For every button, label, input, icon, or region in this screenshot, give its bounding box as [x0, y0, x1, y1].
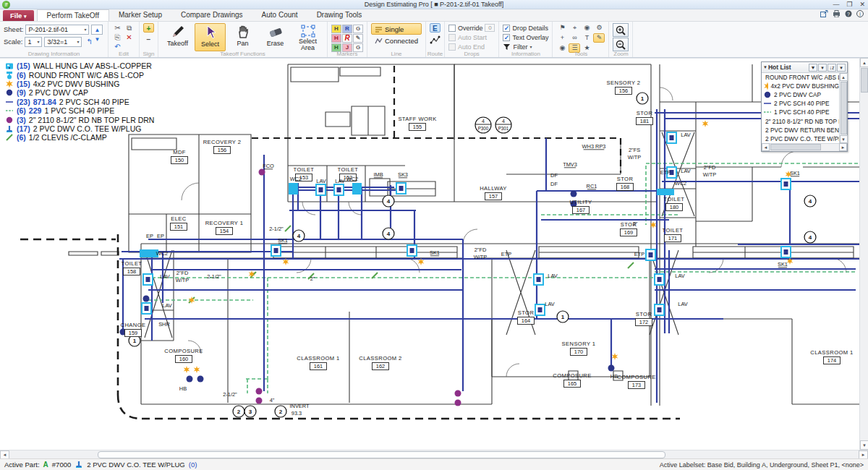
floor-drain-marker[interactable]: [455, 390, 461, 397]
clevis-mark[interactable]: [628, 262, 634, 268]
fixture-blob[interactable]: [657, 189, 674, 195]
sign-plus-button[interactable]: +: [143, 23, 154, 33]
hotlist-sort-button[interactable]: ↓z: [827, 64, 836, 72]
hotlist-sort-caret[interactable]: ▾: [837, 64, 846, 72]
hotlist-horizontal-scrollbar[interactable]: ◄ ►: [762, 143, 847, 151]
bushing-star[interactable]: [612, 353, 618, 360]
restore-button[interactable]: ❐: [846, 0, 852, 9]
hotlist-item[interactable]: 2" 2110 8-1/2" RD NB TOP F: [762, 116, 839, 125]
legend-item[interactable]: (15)WALL HUNG LAV ABS-L-COPPER: [5, 61, 154, 70]
tab-drawing-tools[interactable]: Drawing Tools: [307, 9, 372, 21]
filter-caret[interactable]: ▾: [529, 44, 532, 49]
fixture-box[interactable]: [142, 303, 151, 314]
drop-details-checkbox[interactable]: ✓: [503, 25, 510, 32]
legend-item[interactable]: (6)1/2 CLEVIS /C-CLAMP: [5, 133, 154, 142]
legend-item[interactable]: (23)871.842 PVC SCH 40 PIPE: [5, 98, 154, 106]
auto-start-checkbox[interactable]: [448, 34, 456, 41]
marker-button-h-3[interactable]: H: [331, 34, 341, 43]
hotlist-item[interactable]: 2 PVC SCH 40 PIPE: [762, 99, 839, 108]
legend-item[interactable]: (6)ROUND FRONT W/C ABS L-COP: [5, 70, 154, 79]
marker-button-h-0[interactable]: H: [331, 25, 341, 33]
copy-icon[interactable]: ⧉: [124, 23, 135, 33]
override-value[interactable]: 0: [485, 24, 495, 32]
minimize-button[interactable]: —: [833, 0, 839, 9]
tool-button-4[interactable]: +: [556, 33, 568, 43]
scroll-right-icon[interactable]: ►: [859, 450, 868, 459]
fixture-blob[interactable]: [352, 183, 362, 195]
tool-button-0[interactable]: ⚑: [556, 23, 568, 33]
fixture-box[interactable]: [655, 274, 664, 285]
tool-button-6[interactable]: T: [581, 33, 592, 43]
hotlist-collapse-icon[interactable]: ▼: [763, 65, 767, 69]
hotlist-hscroll-thumb[interactable]: [770, 144, 821, 150]
auto-end-checkbox[interactable]: [448, 43, 456, 51]
scale-apply-icon[interactable]: ↰: [84, 37, 95, 46]
cut-icon[interactable]: ✂: [112, 23, 123, 33]
override-checkbox[interactable]: [448, 25, 456, 32]
hotlist-scroll-up-icon[interactable]: ▲: [840, 73, 848, 81]
floor-drain-marker[interactable]: [455, 400, 461, 406]
sheet-spinner[interactable]: ▲▼: [91, 25, 103, 35]
canvas-vertical-scrollbar[interactable]: ▲ ▼: [859, 58, 868, 450]
fixture-box[interactable]: [407, 245, 417, 256]
fixture-box[interactable]: [667, 132, 676, 143]
canvas-horizontal-scrollbar[interactable]: ◄ ►: [0, 450, 868, 458]
fixture-box[interactable]: [781, 179, 791, 189]
fixture-box[interactable]: [334, 184, 344, 195]
hotlist-item[interactable]: ROUND FRONT W/C ABS L-C: [762, 73, 839, 82]
legend-item[interactable]: (17)2 PVC DWV C.O. TEE W/PLUG: [5, 124, 154, 133]
fixture-box[interactable]: [396, 183, 406, 194]
clevis-mark[interactable]: [285, 226, 291, 231]
cap-marker[interactable]: [608, 365, 615, 372]
file-menu-button[interactable]: File ▾: [3, 10, 34, 21]
pan-button[interactable]: Pan: [227, 23, 258, 51]
tab-auto-count[interactable]: Auto Count: [252, 9, 307, 21]
tool-button-7[interactable]: ✎: [593, 33, 605, 43]
tool-button-2[interactable]: ◉: [581, 23, 592, 33]
marker-button-✎-5[interactable]: ✎: [353, 34, 363, 43]
paste-icon[interactable]: ⎘: [112, 33, 123, 42]
select-button[interactable]: Select: [195, 23, 226, 51]
marker-button-r-4[interactable]: R: [342, 34, 352, 43]
tab-compare-drawings[interactable]: Compare Drawings: [171, 9, 252, 21]
marker-button-r-1[interactable]: R: [342, 25, 352, 33]
hotlist-scroll-right-icon[interactable]: ►: [839, 143, 847, 151]
scale-value-select[interactable]: 3/32=1▾: [44, 37, 82, 47]
cap-marker[interactable]: [143, 296, 150, 302]
text-overlay-checkbox[interactable]: ✓: [503, 34, 510, 41]
hotlist-item[interactable]: 2 PVC DWV RETURN BEND: [762, 126, 839, 134]
hotlist-item[interactable]: 2 PVC DWV CAP: [762, 90, 839, 99]
tab-perform-takeoff[interactable]: Perform TakeOff: [37, 9, 109, 21]
zoom-out-button[interactable]: [613, 38, 629, 51]
takeoff-button[interactable]: Takeoff: [162, 23, 193, 51]
fixture-box[interactable]: [781, 247, 791, 257]
filter-button[interactable]: Filter: [513, 43, 527, 51]
hotlist-filter-caret[interactable]: ▾: [818, 64, 827, 72]
tool-button-5[interactable]: ∞: [569, 33, 580, 43]
fixture-box[interactable]: [534, 274, 543, 285]
print-icon[interactable]: [833, 10, 841, 17]
cap-marker[interactable]: [187, 376, 193, 383]
scale-page-select[interactable]: 1▾: [25, 37, 42, 47]
tool-button-1[interactable]: ⌖: [569, 23, 580, 33]
bushing-star[interactable]: [194, 366, 200, 373]
fixture-blob[interactable]: [289, 183, 298, 195]
vertical-scroll-thumb[interactable]: [861, 68, 868, 93]
sign-minus-button[interactable]: −: [143, 35, 154, 44]
bushing-star[interactable]: [184, 366, 190, 373]
scroll-down-icon[interactable]: ▼: [860, 440, 868, 450]
hotlist-scroll-thumb[interactable]: [841, 82, 847, 134]
route-icon[interactable]: [430, 35, 441, 46]
route-e-button[interactable]: E: [430, 23, 441, 33]
fixture-box[interactable]: [143, 274, 153, 285]
select-area-button[interactable]: Select Area: [292, 23, 323, 51]
fixture-box[interactable]: [655, 304, 664, 315]
hotlist-scroll-down-icon[interactable]: ▼: [840, 135, 848, 143]
erase-button[interactable]: Erase: [260, 23, 291, 51]
bushing-star[interactable]: [702, 120, 709, 127]
tab-marker-setup[interactable]: Marker Setup: [109, 9, 171, 21]
legend-item[interactable]: (6)2291 PVC SCH 40 PIPE: [5, 106, 154, 115]
line-single-button[interactable]: Single: [371, 23, 422, 35]
floor-drain-marker[interactable]: [256, 388, 263, 395]
fixture-box[interactable]: [271, 245, 281, 256]
